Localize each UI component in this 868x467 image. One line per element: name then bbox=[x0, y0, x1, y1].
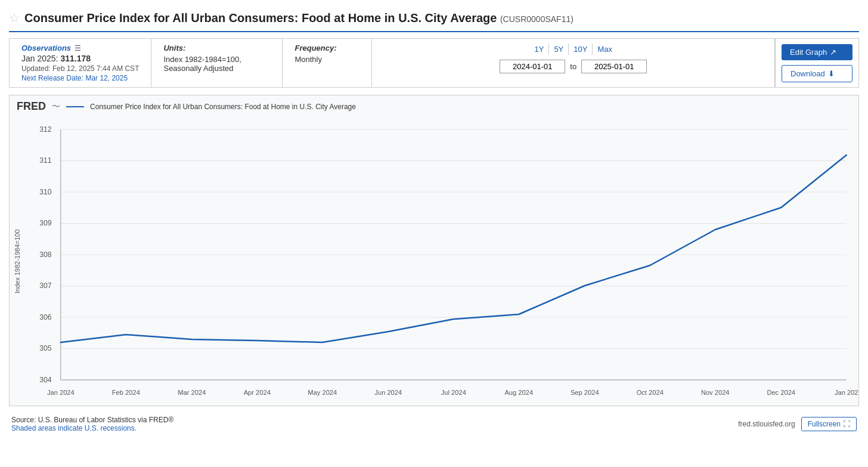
svg-text:310: 310 bbox=[39, 188, 52, 196]
observations-section: Observations ☰ Jan 2025: 311.178 Updated… bbox=[10, 39, 151, 87]
page-title: Consumer Price Index for All Urban Consu… bbox=[24, 11, 574, 25]
edit-graph-button[interactable]: Edit Graph ↗ bbox=[782, 44, 852, 60]
info-bar: Observations ☰ Jan 2025: 311.178 Updated… bbox=[9, 38, 859, 88]
svg-text:307: 307 bbox=[39, 282, 52, 290]
obs-next-release[interactable]: Next Release Date: Mar 12, 2025 bbox=[21, 74, 139, 82]
chart-container: FRED 〜 Consumer Price Index for All Urba… bbox=[9, 95, 859, 406]
chart-body: Index 1982-1984=100 312 311 310 309 30 bbox=[10, 117, 858, 406]
shaded-areas-note[interactable]: Shaded areas indicate U.S. recessions. bbox=[11, 424, 173, 432]
list-icon: ☰ bbox=[75, 44, 81, 52]
time-5y-button[interactable]: 5Y bbox=[549, 44, 569, 55]
units-section: Units: Index 1982-1984=100, Seasonally A… bbox=[151, 39, 283, 87]
fullscreen-button[interactable]: Fullscreen ⛶ bbox=[801, 417, 857, 431]
svg-text:306: 306 bbox=[39, 313, 52, 321]
footer-left: Source: U.S. Bureau of Labor Statistics … bbox=[11, 416, 173, 432]
legend-line bbox=[66, 106, 84, 107]
svg-text:Sep 2024: Sep 2024 bbox=[571, 389, 599, 396]
svg-text:311: 311 bbox=[39, 156, 52, 165]
observations-label[interactable]: Observations bbox=[21, 44, 71, 52]
source-text: Source: U.S. Bureau of Labor Statistics … bbox=[11, 416, 173, 424]
time-range-buttons: 1Y 5Y 10Y Max bbox=[381, 44, 765, 55]
frequency-label: Frequency: bbox=[294, 44, 359, 52]
controls-section: 1Y 5Y 10Y Max to bbox=[372, 39, 775, 87]
time-max-button[interactable]: Max bbox=[593, 44, 617, 55]
svg-text:Aug 2024: Aug 2024 bbox=[504, 389, 533, 396]
svg-text:308: 308 bbox=[39, 250, 52, 259]
svg-text:Jul 2024: Jul 2024 bbox=[441, 389, 466, 396]
fred-url: fred.stlouisfed.org bbox=[738, 420, 795, 428]
fullscreen-icon: ⛶ bbox=[843, 420, 850, 428]
svg-text:305: 305 bbox=[39, 344, 52, 352]
svg-text:Nov 2024: Nov 2024 bbox=[701, 389, 730, 396]
svg-text:Dec 2024: Dec 2024 bbox=[767, 389, 795, 396]
svg-text:Mar 2024: Mar 2024 bbox=[178, 389, 206, 396]
frequency-value: Monthly bbox=[294, 55, 359, 64]
chart-header: FRED 〜 Consumer Price Index for All Urba… bbox=[10, 95, 858, 117]
y-axis-label: Index 1982-1984=100 bbox=[10, 117, 24, 406]
download-button[interactable]: Download ⬇ bbox=[782, 65, 852, 82]
units-value: Index 1982-1984=100, Seasonally Adjusted bbox=[163, 55, 270, 73]
series-id: (CUSR0000SAF11) bbox=[500, 14, 574, 24]
footer-right: fred.stlouisfed.org Fullscreen ⛶ bbox=[738, 417, 857, 431]
svg-text:Feb 2024: Feb 2024 bbox=[112, 389, 140, 396]
svg-text:May 2024: May 2024 bbox=[308, 389, 337, 396]
date-to-input[interactable] bbox=[581, 60, 647, 73]
svg-text:309: 309 bbox=[39, 219, 52, 227]
title-section: ☆ Consumer Price Index for All Urban Con… bbox=[9, 6, 859, 32]
units-label: Units: bbox=[163, 44, 270, 52]
svg-text:304: 304 bbox=[39, 376, 52, 384]
date-separator: to bbox=[570, 62, 576, 71]
svg-text:312: 312 bbox=[39, 125, 52, 134]
fred-chart-icon: 〜 bbox=[52, 101, 60, 112]
actions-section: Edit Graph ↗ Download ⬇ bbox=[775, 39, 858, 87]
legend-text: Consumer Price Index for All Urban Consu… bbox=[90, 103, 356, 111]
svg-text:Jun 2024: Jun 2024 bbox=[374, 389, 402, 396]
download-icon: ⬇ bbox=[828, 69, 835, 78]
chart-svg-wrapper: 312 311 310 309 308 307 306 305 bbox=[24, 117, 858, 406]
svg-text:Oct 2024: Oct 2024 bbox=[637, 389, 664, 396]
edit-icon: ↗ bbox=[830, 48, 836, 57]
date-from-input[interactable] bbox=[500, 60, 565, 73]
chart-line bbox=[61, 155, 847, 342]
svg-text:Jan 202: Jan 202 bbox=[835, 389, 858, 396]
time-1y-button[interactable]: 1Y bbox=[529, 44, 549, 55]
svg-text:Apr 2024: Apr 2024 bbox=[244, 389, 271, 396]
obs-updated: Updated: Feb 12, 2025 7:44 AM CST bbox=[21, 64, 139, 73]
obs-current-value: Jan 2025: 311.178 bbox=[21, 54, 139, 63]
chart-svg: 312 311 310 309 308 307 306 305 bbox=[24, 117, 858, 404]
favorite-star-icon[interactable]: ☆ bbox=[9, 11, 20, 25]
svg-text:Jan 2024: Jan 2024 bbox=[47, 389, 75, 396]
fred-logo: FRED bbox=[17, 100, 46, 113]
chart-footer: Source: U.S. Bureau of Labor Statistics … bbox=[9, 411, 859, 437]
time-10y-button[interactable]: 10Y bbox=[569, 44, 593, 55]
frequency-section: Frequency: Monthly bbox=[283, 39, 372, 87]
date-range-row: to bbox=[381, 60, 765, 73]
